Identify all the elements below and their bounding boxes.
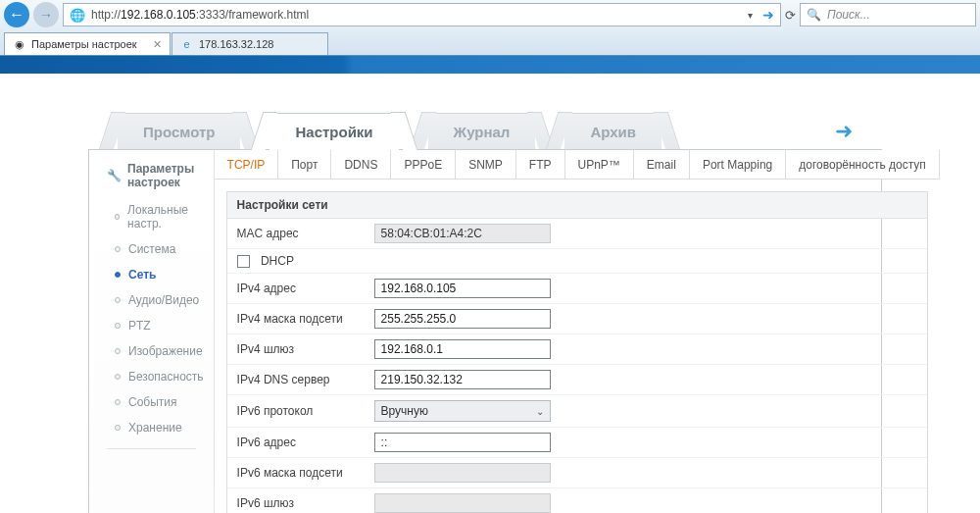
sidebar: 🔧 Параметры настроек Локальные настр. Си… — [89, 150, 214, 513]
sidebar-item-ptz[interactable]: PTZ — [89, 313, 214, 338]
subtab-ftp[interactable]: FTP — [516, 150, 565, 179]
ipv6-gw-input[interactable] — [374, 493, 551, 513]
subtab-port[interactable]: Порт — [278, 150, 331, 179]
search-bar[interactable]: 🔍 Поиск... — [800, 3, 976, 26]
mac-value: 58:04:CB:01:A4:2C — [374, 224, 551, 243]
ipv4-dns-input[interactable]: 219.150.32.132 — [374, 370, 551, 389]
browser-tabs: ◉ Параметры настроек ✕ e 178.163.32.128 — [0, 29, 980, 55]
ipv4-addr-label: IPv4 адрес — [237, 282, 374, 295]
nav-forward-button[interactable]: → — [33, 2, 59, 27]
arrow-right-icon: → — [39, 7, 53, 23]
main-tabs: Просмотр Настройки Журнал Архив ➜ — [118, 113, 882, 150]
ipv6-addr-label: IPv6 адрес — [237, 436, 374, 449]
url-bar[interactable]: 🌐 http://192.168.0.105:3333/framework.ht… — [63, 3, 781, 26]
sidebar-item-system[interactable]: Система — [89, 236, 214, 262]
url-go-icon[interactable]: ➜ — [762, 7, 774, 23]
tab-title: 178.163.32.128 — [199, 38, 273, 50]
bullet-icon — [115, 246, 121, 252]
arrow-left-icon: ← — [9, 6, 24, 24]
ie-favicon-icon: e — [180, 38, 193, 51]
bullet-icon — [115, 399, 121, 405]
browser-tab-active[interactable]: ◉ Параметры настроек ✕ — [4, 32, 171, 55]
sidebar-item-av[interactable]: Аудио/Видео — [89, 287, 214, 313]
ipv4-gw-input[interactable]: 192.168.0.1 — [374, 339, 551, 359]
search-icon: 🔍 — [807, 8, 821, 22]
ipv6-proto-label: IPv6 протокол — [237, 404, 374, 418]
main-panel: TCP/IP Порт DDNS PPPoE SNMP FTP UPnP™ Em… — [214, 150, 940, 513]
bullet-icon — [115, 348, 121, 354]
panel-title: Настройки сети — [227, 192, 927, 219]
ipv4-addr-input[interactable]: 192.168.0.105 — [374, 279, 551, 298]
sidebar-item-security[interactable]: Безопасность — [89, 364, 214, 389]
subtab-pppoe[interactable]: PPPoE — [391, 150, 456, 179]
subtab-access[interactable]: договорённость доступ — [786, 150, 940, 179]
url-dropdown-icon[interactable]: ▾ — [744, 10, 757, 21]
dhcp-row: DHCP — [237, 254, 374, 268]
chevron-down-icon: ⌄ — [536, 406, 544, 417]
tab-favicon-icon: ◉ — [13, 38, 25, 51]
tab-close-icon[interactable]: ✕ — [153, 38, 162, 51]
ipv6-addr-input[interactable]: :: — [374, 433, 551, 452]
bullet-icon — [115, 425, 121, 431]
subtab-email[interactable]: Email — [634, 150, 690, 179]
dhcp-label: DHCP — [261, 254, 294, 268]
tab-view[interactable]: Просмотр — [118, 113, 240, 150]
bullet-icon — [115, 374, 121, 380]
subtab-tcpip[interactable]: TCP/IP — [215, 150, 279, 179]
subtabs: TCP/IP Порт DDNS PPPoE SNMP FTP UPnP™ Em… — [215, 150, 940, 180]
sidebar-divider — [107, 448, 196, 449]
tab-settings[interactable]: Настройки — [270, 113, 398, 150]
window-backdrop — [0, 56, 980, 74]
bullet-icon — [115, 272, 121, 278]
network-panel: Настройки сети MAC адрес 58:04:CB:01:A4:… — [226, 191, 928, 513]
ipv4-gw-label: IPv4 шлюз — [237, 342, 374, 356]
tab-archive[interactable]: Архив — [564, 113, 662, 150]
browser-tab-inactive[interactable]: e 178.163.32.128 — [172, 32, 328, 55]
sidebar-item-local[interactable]: Локальные настр. — [89, 197, 214, 236]
sidebar-item-image[interactable]: Изображение — [89, 338, 214, 364]
nav-back-button[interactable]: ← — [4, 2, 29, 27]
sidebar-item-events[interactable]: События — [89, 389, 214, 415]
sidebar-heading: 🔧 Параметры настроек — [89, 162, 214, 197]
search-placeholder: Поиск... — [827, 8, 870, 22]
url-text: http://192.168.0.105:3333/framework.html — [91, 8, 738, 22]
subtab-snmp[interactable]: SNMP — [456, 150, 516, 179]
bullet-icon — [115, 214, 120, 220]
sidebar-item-network[interactable]: Сеть — [89, 262, 214, 287]
ipv6-gw-label: IPv6 шлюз — [237, 496, 374, 510]
ipv6-proto-select[interactable]: Вручную ⌄ — [374, 400, 551, 422]
mac-label: MAC адрес — [237, 227, 374, 240]
subtab-ddns[interactable]: DDNS — [331, 150, 391, 179]
dhcp-checkbox[interactable] — [237, 255, 250, 268]
subtab-portmapping[interactable]: Port Mapping — [690, 150, 786, 179]
wrench-icon: 🔧 — [107, 169, 122, 182]
ipv4-mask-label: IPv4 маска подсети — [237, 312, 374, 326]
globe-icon: 🌐 — [70, 8, 85, 23]
tab-journal[interactable]: Журнал — [428, 113, 536, 150]
tab-title: Параметры настроек — [31, 38, 137, 50]
ipv6-mask-input[interactable] — [374, 463, 551, 483]
refresh-icon[interactable]: ⟳ — [785, 8, 796, 23]
swoosh-icon: ➜ — [835, 119, 853, 144]
subtab-upnp[interactable]: UPnP™ — [565, 150, 634, 179]
browser-chrome: ← → 🌐 http://192.168.0.105:3333/framewor… — [0, 0, 980, 56]
sidebar-item-storage[interactable]: Хранение — [89, 415, 214, 440]
bullet-icon — [115, 323, 121, 329]
ipv4-dns-label: IPv4 DNS сервер — [237, 373, 374, 386]
bullet-icon — [115, 297, 121, 303]
ipv4-mask-input[interactable]: 255.255.255.0 — [374, 309, 551, 329]
sidebar-items: Локальные настр. Система Сеть Аудио/Виде… — [89, 197, 214, 440]
ipv6-mask-label: IPv6 маска подсети — [237, 466, 374, 480]
